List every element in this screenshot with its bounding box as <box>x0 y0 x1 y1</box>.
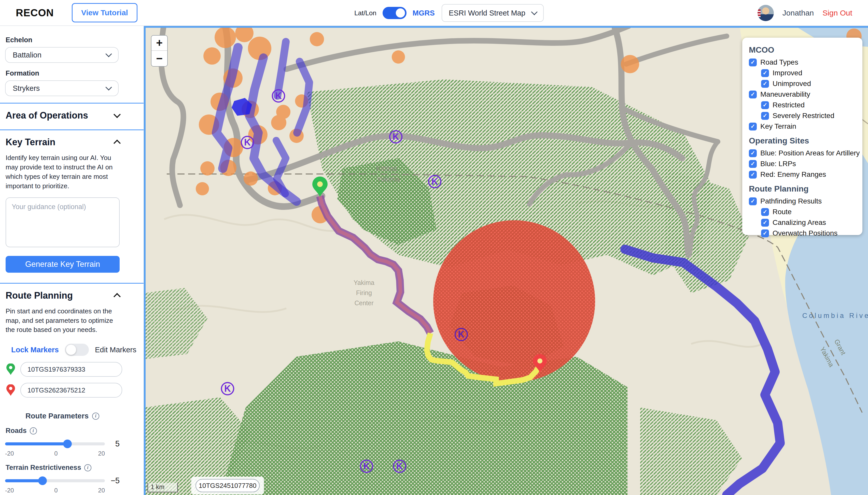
route-planning-title: Route Planning <box>5 290 73 301</box>
checkbox-canalizing-areas[interactable] <box>761 219 769 227</box>
legend-item-restricted: Restricted <box>761 101 856 109</box>
coordinate-format-toggle-group: Lat/Lon MGRS <box>354 0 435 26</box>
chevron-up-icon <box>114 293 121 300</box>
view-tutorial-button[interactable]: View Tutorial <box>72 3 137 22</box>
terrain-restrictiveness-slider[interactable] <box>5 476 105 485</box>
terrain-restrictiveness-label: Terrain Restrictiveness <box>5 464 81 472</box>
app-header: RECON View Tutorial Lat/Lon MGRS ESRI Wo… <box>0 0 868 26</box>
basemap-value: ESRI World Street Map <box>449 9 525 17</box>
legend-item-blue-paa: Blue: Position Areas for Artillery <box>749 149 856 157</box>
chevron-down-icon <box>114 111 121 118</box>
app-logo: RECON <box>16 7 54 19</box>
chevron-down-icon <box>531 8 537 15</box>
mgrs-label: MGRS <box>413 9 435 17</box>
terrain-restrictiveness-value: −5 <box>105 476 120 485</box>
route-parameters-title: Route Parameters i <box>5 412 120 420</box>
avatar[interactable] <box>757 5 774 21</box>
end-pin-icon <box>6 385 15 396</box>
ao-boundary-left <box>144 26 146 495</box>
user-menu: Jonathan Sign Out <box>757 0 852 26</box>
echelon-select[interactable]: Battalion <box>5 47 119 63</box>
svg-text:K: K <box>396 461 403 471</box>
site-label-line2: Firing <box>356 289 372 296</box>
key-terrain-header[interactable]: Key Terrain <box>5 130 120 153</box>
echelon-label: Echelon <box>5 36 144 44</box>
formation-select[interactable]: Strykers <box>5 80 119 96</box>
checkbox-unimproved[interactable] <box>761 80 769 88</box>
generate-key-terrain-label: Generate Key Terrain <box>25 260 100 269</box>
svg-text:K: K <box>363 461 370 471</box>
cursor-coordinate-panel: 10TGS2451077780 <box>191 477 264 495</box>
checkbox-improved[interactable] <box>761 69 769 77</box>
sign-out-button[interactable]: Sign Out <box>822 8 852 17</box>
end-coordinate-input[interactable] <box>20 383 122 397</box>
checkbox-road-types[interactable] <box>749 58 757 66</box>
legend-item-route: Route <box>761 208 856 216</box>
start-pin-icon <box>6 363 15 375</box>
slider-ticks: -20 0 20 <box>5 450 105 457</box>
checkbox-key-terrain[interactable] <box>749 123 757 131</box>
zoom-in-button[interactable]: + <box>151 36 167 51</box>
formation-label: Formation <box>5 69 144 77</box>
map-canvas[interactable]: Kittitas Yakima Yakima Firing Center Col… <box>144 26 868 495</box>
site-label-line1: Yakima <box>354 279 374 286</box>
key-terrain-description: Identify key terrain using our AI. You m… <box>5 153 121 191</box>
generate-key-terrain-button[interactable]: Generate Key Terrain <box>5 256 120 273</box>
zoom-out-button[interactable]: − <box>151 51 167 66</box>
start-coordinate-row <box>6 362 144 377</box>
svg-text:K: K <box>244 137 251 148</box>
map-scale-bar: 1 km <box>147 483 178 493</box>
lock-markers-label: Lock Markers <box>11 346 59 354</box>
echelon-value: Battalion <box>13 51 41 59</box>
basemap-select[interactable]: ESRI World Street Map <box>441 4 544 22</box>
checkbox-overwatch-positions[interactable] <box>761 229 769 237</box>
county-label-kittitas: Kittitas <box>376 165 397 172</box>
map-zoom-control: + − <box>151 35 168 67</box>
legend-item-road-types: Road Types <box>749 58 856 66</box>
county-label-yakima: Yakima <box>377 175 400 183</box>
area-of-operations-title: Area of Operations <box>5 110 88 121</box>
user-name: Jonathan <box>783 8 814 17</box>
edit-markers-label: Edit Markers <box>95 346 136 354</box>
roads-slider[interactable] <box>5 440 105 448</box>
legend-item-canalizing-areas: Canalizing Areas <box>761 219 856 227</box>
info-icon[interactable]: i <box>92 413 99 420</box>
toggle-knob <box>66 345 76 355</box>
checkbox-blue-paa[interactable] <box>749 149 757 157</box>
area-of-operations-header[interactable]: Area of Operations <box>5 104 120 126</box>
checkbox-maneuverability[interactable] <box>749 90 757 99</box>
info-icon[interactable]: i <box>30 427 37 434</box>
latlon-label: Lat/Lon <box>354 9 377 17</box>
roads-label: Roads <box>5 427 27 435</box>
checkbox-pathfinding-results[interactable] <box>749 198 757 205</box>
start-coordinate-input[interactable] <box>20 362 122 377</box>
legend-item-red-enemy-ranges: Red: Enemy Ranges <box>749 170 856 178</box>
site-label-line3: Center <box>354 300 373 307</box>
marker-lock-row: Lock Markers Edit Markers <box>11 344 144 356</box>
mcoo-legend-panel: MCOO Road Types Improved Unimproved Mane… <box>742 38 863 235</box>
checkbox-route[interactable] <box>761 208 769 216</box>
legend-item-severely-restricted: Severely Restricted <box>761 112 856 120</box>
slider-ticks: -20 0 20 <box>5 487 105 494</box>
coord-format-toggle[interactable] <box>383 7 406 19</box>
toggle-knob <box>396 8 405 18</box>
legend-item-overwatch-positions: Overwatch Positions <box>761 229 856 237</box>
cursor-coordinate-readout: 10TGS2451077780 <box>196 479 260 492</box>
checkbox-blue-lrps[interactable] <box>749 160 757 168</box>
checkbox-severely-restricted[interactable] <box>761 112 769 120</box>
legend-item-improved: Improved <box>761 69 856 77</box>
terrain-restrictiveness-parameter: Terrain Restrictiveness i −5 -20 0 20 <box>5 464 144 494</box>
info-icon[interactable]: i <box>84 464 91 471</box>
route-planning-header[interactable]: Route Planning <box>5 284 120 306</box>
svg-text:K: K <box>275 90 282 101</box>
checkbox-red-enemy-ranges[interactable] <box>749 171 757 178</box>
legend-section-mcoo: MCOO <box>749 45 856 55</box>
legend-item-pathfinding-results: Pathfinding Results <box>749 197 856 205</box>
legend-section-operating-sites: Operating Sites <box>749 136 856 146</box>
edit-markers-toggle[interactable] <box>65 344 89 356</box>
legend-section-route-planning: Route Planning <box>749 184 856 193</box>
guidance-textarea[interactable] <box>5 198 120 247</box>
legend-item-blue-lrps: Blue: LRPs <box>749 160 856 168</box>
checkbox-restricted[interactable] <box>761 101 769 109</box>
formation-value: Strykers <box>13 84 40 92</box>
